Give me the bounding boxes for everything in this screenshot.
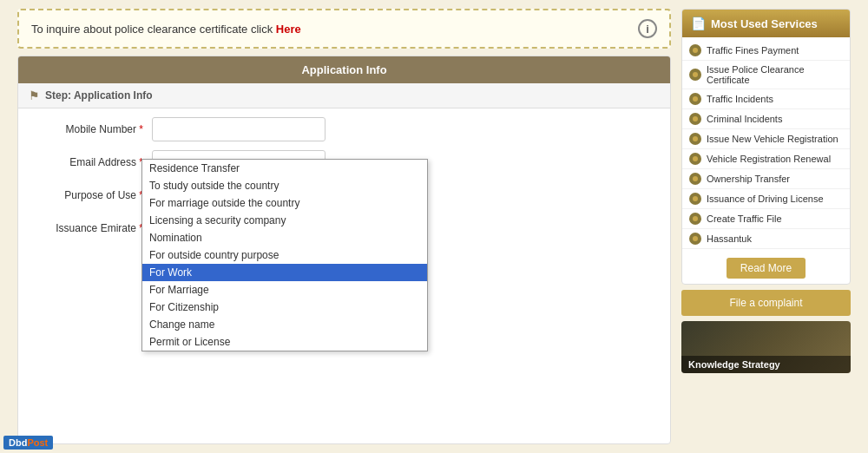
service-item[interactable]: Hassantuk — [682, 229, 850, 249]
dropdown-item[interactable]: For Citizenship — [142, 299, 427, 316]
watermark-dbd: Dbd — [9, 437, 27, 448]
service-item[interactable]: Ownership Transfer — [682, 169, 850, 189]
service-dot-icon — [689, 173, 701, 185]
banner-text-content: To inquire about police clearance certif… — [31, 23, 276, 36]
form-header-label: Application Info — [301, 63, 386, 76]
service-item-label: Create Traffic File — [707, 213, 782, 224]
mobile-number-row: Mobile Number * — [30, 117, 658, 141]
knowledge-label: Knowledge Strategy — [681, 356, 851, 373]
service-dot-icon — [689, 153, 701, 165]
service-dot-icon — [689, 233, 701, 245]
mobile-label: Mobile Number * — [30, 123, 143, 135]
service-dot-icon — [689, 113, 701, 125]
form-body: Mobile Number * Email Address * Purpose … — [18, 108, 670, 444]
emirate-label: Issuance Emirate * — [30, 222, 143, 234]
services-header-icon: 📄 — [691, 16, 706, 30]
service-item[interactable]: Vehicle Registration Renewal — [682, 149, 850, 169]
service-item-label: Traffic Fines Payment — [707, 45, 799, 56]
service-dot-icon — [689, 69, 701, 81]
service-item-label: Issuance of Driving License — [707, 194, 824, 204]
service-item[interactable]: Issue New Vehicle Registration — [682, 129, 850, 149]
dropdown-item[interactable]: Residence Transfer — [142, 160, 427, 177]
email-label: Email Address * — [30, 156, 143, 168]
dropdown-item[interactable]: Nomination — [142, 229, 427, 246]
right-panel: 📄 Most Used Services Traffic Fines Payme… — [681, 9, 851, 444]
services-header: 📄 Most Used Services — [682, 10, 850, 37]
banner-text: To inquire about police clearance certif… — [31, 23, 301, 36]
dropdown-item[interactable]: To study outside the country — [142, 177, 427, 194]
knowledge-bg: Knowledge Strategy — [681, 321, 851, 373]
service-item[interactable]: Issuance of Driving License — [682, 189, 850, 209]
read-more-button[interactable]: Read More — [727, 258, 806, 279]
dropdown-item[interactable]: For Marriage — [142, 281, 427, 299]
dropdown-item[interactable]: Licensing a security company — [142, 212, 427, 229]
service-item[interactable]: Criminal Incidents — [682, 109, 850, 129]
knowledge-box: Knowledge Strategy — [681, 321, 851, 373]
service-dot-icon — [689, 44, 701, 56]
service-dot-icon — [689, 193, 701, 205]
service-item-label: Vehicle Registration Renewal — [707, 154, 831, 164]
service-item[interactable]: Create Traffic File — [682, 209, 850, 229]
service-dot-icon — [689, 213, 701, 225]
services-box: 📄 Most Used Services Traffic Fines Payme… — [681, 9, 851, 285]
service-item[interactable]: Issue Police Clearance Certificate — [682, 61, 850, 89]
service-dot-icon — [689, 133, 701, 145]
dropdown-scroll[interactable]: Residence TransferTo study outside the c… — [142, 160, 427, 351]
bookmark-icon: ⚑ — [29, 89, 40, 102]
service-item[interactable]: Traffic Incidents — [682, 89, 850, 109]
info-icon[interactable]: i — [638, 19, 657, 38]
service-item-label: Hassantuk — [707, 233, 752, 244]
service-item-label: Issue New Vehicle Registration — [707, 134, 838, 144]
complaint-button[interactable]: File a complaint — [681, 290, 851, 316]
watermark-post: Post — [27, 437, 48, 448]
reason-dropdown[interactable]: Residence TransferTo study outside the c… — [141, 159, 428, 351]
service-item-label: Ownership Transfer — [707, 174, 790, 184]
dropdown-item[interactable]: Change name — [142, 316, 427, 333]
service-item-label: Issue Police Clearance Certificate — [707, 64, 843, 85]
dropdown-item[interactable]: For outside country purpose — [142, 246, 427, 264]
dropdown-item[interactable]: For Work — [142, 264, 427, 281]
form-section: Application Info ⚑ Step: Application Inf… — [17, 56, 671, 444]
dropdown-item[interactable]: For marriage outside the country — [142, 194, 427, 212]
dropdown-item[interactable]: Permit or License — [142, 333, 427, 351]
app-info-header: Application Info — [18, 56, 670, 83]
mobile-number-input[interactable] — [152, 117, 326, 141]
service-item-label: Traffic Incidents — [707, 94, 773, 104]
step-label: Step: Application Info — [45, 89, 153, 102]
services-header-label: Most Used Services — [711, 17, 818, 30]
service-item-label: Criminal Incidents — [707, 114, 782, 124]
service-item[interactable]: Traffic Fines Payment — [682, 41, 850, 61]
here-link[interactable]: Here — [276, 23, 301, 36]
service-dot-icon — [689, 93, 701, 105]
step-bar: ⚑ Step: Application Info — [18, 83, 670, 108]
info-banner: To inquire about police clearance certif… — [17, 9, 671, 49]
watermark: DbdPost — [3, 436, 53, 450]
purpose-label: Purpose of Use * — [30, 189, 143, 201]
services-list: Traffic Fines PaymentIssue Police Cleara… — [682, 37, 850, 253]
